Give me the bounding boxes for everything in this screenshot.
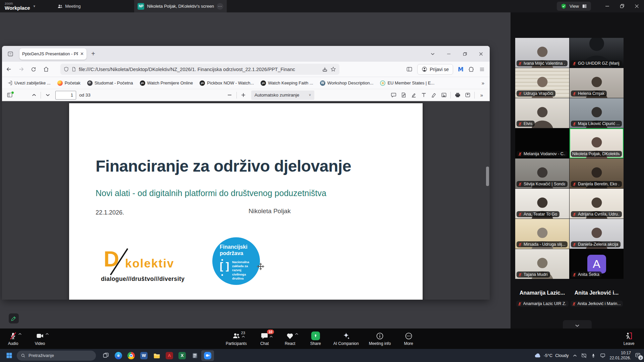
participant-tile[interactable]: Udruga Vrapčići xyxy=(515,68,569,98)
tray-mic-icon[interactable] xyxy=(591,353,596,358)
chat-chevron-icon[interactable] xyxy=(269,336,273,338)
sidebar-toggle-icon[interactable] xyxy=(406,66,413,72)
chat-button[interactable]: 10 Chat xyxy=(257,331,272,346)
menu-hamburger-icon[interactable] xyxy=(479,67,485,72)
pdf-tools-overflow-icon[interactable]: » xyxy=(476,90,486,100)
participant-tile[interactable]: Tajana Mudri xyxy=(515,249,569,279)
close-button[interactable] xyxy=(629,0,644,12)
minimize-button[interactable] xyxy=(600,0,614,12)
downloads-icon[interactable] xyxy=(322,66,328,72)
bookmark-star-icon[interactable] xyxy=(330,66,336,72)
screen-share-tab[interactable]: NP Nikoleta Poljak, DKolektiv's screen ⋯ xyxy=(134,0,227,12)
zoom-in-icon[interactable] xyxy=(238,90,249,100)
audio-options-chevron-icon[interactable] xyxy=(18,333,22,335)
video-button[interactable]: Video xyxy=(32,331,48,346)
participant-tile[interactable]: GO UHDDR GZ (Marij... xyxy=(570,38,624,68)
home-icon[interactable] xyxy=(40,64,52,75)
extensions-puzzle-icon[interactable] xyxy=(468,66,474,72)
participants-chevron-icon[interactable] xyxy=(241,336,245,338)
participant-name-tile[interactable]: Anita Jerković i... Anita Jerković i Mar… xyxy=(570,290,624,307)
bookmarks-overflow-icon[interactable]: » xyxy=(482,80,484,86)
reload-icon[interactable] xyxy=(28,64,39,75)
browser-tab[interactable]: PptxGenJS Presentation - PPT_Finan ✕ xyxy=(19,48,87,60)
participant-tile[interactable]: Mirsada - Udruga slij... xyxy=(515,219,569,249)
react-chevron-icon[interactable] xyxy=(295,333,299,335)
audio-button[interactable]: Audio xyxy=(5,331,21,346)
bookmark-item[interactable]: pb Pickbox NOW - Watch... xyxy=(200,80,254,86)
participant-tile[interactable]: A Anita Šetka xyxy=(570,249,624,279)
signin-button[interactable]: Prijavi se xyxy=(417,64,453,75)
bookmark-item[interactable]: Uvezi zabilješke ... xyxy=(7,80,51,85)
save-icon[interactable] xyxy=(463,90,473,100)
taskbar-search-input[interactable]: Pretraživanje xyxy=(17,351,96,361)
ai-companion-button[interactable]: AI Companion xyxy=(333,331,359,346)
participant-tile[interactable]: Daniela-Zelena akcija xyxy=(570,219,624,249)
word-icon[interactable]: W xyxy=(138,350,150,361)
pdf-scrollbar-thumb[interactable] xyxy=(486,167,489,186)
participant-tile[interactable]: Danijela Beretin, Eko ... xyxy=(570,159,624,188)
taskbar-clock[interactable]: 10:17 22.01.2026. xyxy=(610,351,631,361)
participant-tile[interactable]: Helena Crnjak xyxy=(570,68,624,98)
zoom-app-icon[interactable] xyxy=(201,350,214,361)
network-display-icon[interactable] xyxy=(600,353,606,358)
browser-close-button[interactable] xyxy=(474,48,488,60)
next-page-icon[interactable] xyxy=(43,90,53,100)
new-tab-button[interactable]: + xyxy=(91,50,95,58)
participant-tile-active-speaker[interactable]: Nikoleta Poljak, DKolektiv xyxy=(570,128,624,158)
notification-center-button[interactable]: 2 xyxy=(635,353,641,358)
tab-close-icon[interactable]: ✕ xyxy=(80,51,84,56)
browser-restore-button[interactable] xyxy=(458,48,472,60)
participant-tile[interactable]: Adrijana Cvrtila, Udru... xyxy=(570,189,624,219)
excel-icon[interactable]: X xyxy=(176,350,189,361)
bookmark-item[interactable]: pb Watch Premijere Online xyxy=(140,80,193,86)
annotation-comment-icon[interactable] xyxy=(388,90,398,100)
back-icon[interactable] xyxy=(3,64,14,75)
weather-widget[interactable]: -5°C Cloudy xyxy=(534,353,569,358)
text-tool-icon[interactable] xyxy=(419,90,429,100)
participant-tile[interactable]: Ana, Teatar To Go xyxy=(515,189,569,219)
edge-icon[interactable]: e xyxy=(112,350,125,361)
react-button[interactable]: React xyxy=(282,331,298,346)
annotate-button[interactable] xyxy=(9,313,19,323)
chrome-icon[interactable] xyxy=(125,350,138,361)
file-explorer-icon[interactable] xyxy=(150,350,163,361)
bookmark-item[interactable]: pb Watch Keeping Faith ... xyxy=(261,80,313,86)
previous-page-icon[interactable] xyxy=(29,90,39,100)
start-button[interactable] xyxy=(3,350,15,361)
list-tabs-icon[interactable] xyxy=(426,48,439,60)
print-icon[interactable] xyxy=(452,90,463,100)
firefox-view-icon[interactable] xyxy=(7,51,13,57)
page-icon[interactable] xyxy=(71,67,76,72)
share-button[interactable]: Share xyxy=(308,331,323,346)
meeting-tab[interactable]: Meeting xyxy=(57,4,80,9)
more-button[interactable]: More xyxy=(401,331,416,346)
calculator-icon[interactable] xyxy=(189,350,201,361)
hidden-icons-chevron-icon[interactable] xyxy=(573,354,577,357)
highlighter-icon[interactable] xyxy=(409,90,419,100)
url-bar[interactable]: file:///C:/Users/Nikoleta/Desktop/DKolek… xyxy=(60,64,339,75)
view-button[interactable]: View xyxy=(557,2,591,11)
zoom-out-icon[interactable] xyxy=(225,90,235,100)
participant-tile[interactable]: Ivana Miljić Valentina ... xyxy=(515,38,569,68)
bookmark-item[interactable]: Studomat - Početna xyxy=(87,80,133,86)
acrobat-icon[interactable]: A xyxy=(163,350,176,361)
restore-button[interactable] xyxy=(614,0,629,12)
task-view-icon[interactable] xyxy=(99,350,112,361)
tracking-shield-icon[interactable] xyxy=(64,67,69,72)
page-number-input[interactable]: 1 xyxy=(55,91,76,100)
browser-minimize-button[interactable] xyxy=(442,48,455,60)
forward-icon[interactable] xyxy=(15,64,27,75)
add-image-icon[interactable] xyxy=(439,90,449,100)
cast-off-icon[interactable] xyxy=(581,353,587,358)
bookmark-item[interactable]: Početak xyxy=(57,80,80,86)
participant-tile[interactable]: Maja Liković Cipurić ... xyxy=(570,98,624,128)
zoom-select[interactable]: Automatsko zumiranje ˅ xyxy=(251,90,314,100)
malwarebytes-icon[interactable]: M xyxy=(458,66,464,73)
leave-button[interactable]: Leave xyxy=(621,331,637,346)
participant-tile[interactable]: Silvija Kovačić | Sonda xyxy=(515,159,569,188)
bookmark-item[interactable]: ✿ EU Member States | E... xyxy=(380,80,434,86)
participants-button[interactable]: 23 Participants xyxy=(226,331,247,346)
video-options-chevron-icon[interactable] xyxy=(45,333,49,335)
participant-tile[interactable]: Melanija Vodanov - C... xyxy=(515,128,569,158)
participant-tile[interactable]: Elvis xyxy=(515,98,569,128)
